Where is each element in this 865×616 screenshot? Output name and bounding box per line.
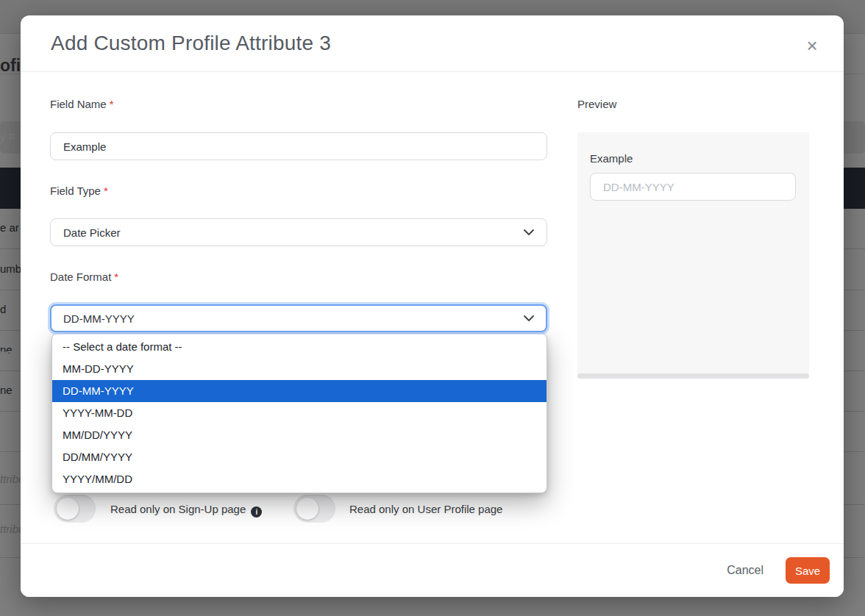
toggle-knob: [57, 498, 79, 520]
read-only-profile-label: Read only on User Profile page: [349, 503, 502, 515]
save-button[interactable]: Save: [786, 557, 830, 584]
chevron-down-icon: [524, 229, 534, 236]
chevron-down-icon: [524, 315, 534, 322]
preview-scrollbar[interactable]: [577, 373, 809, 379]
read-only-signup-label: Read only on Sign-Up pagei: [110, 503, 262, 517]
preview-section-label: Preview: [577, 98, 616, 110]
info-icon[interactable]: i: [251, 506, 262, 517]
close-icon[interactable]: ×: [801, 35, 823, 57]
dropdown-option[interactable]: MM/DD/YYYY: [52, 424, 547, 446]
preview-field-label: Example: [590, 152, 633, 165]
toggle-knob: [296, 498, 318, 520]
date-format-dropdown-list: -- Select a date format -- MM-DD-YYYY DD…: [51, 333, 547, 493]
dropdown-option[interactable]: YYYY/MM/DD: [52, 468, 547, 490]
dropdown-option[interactable]: MM-DD-YYYY: [52, 358, 547, 380]
date-format-label: Date Format*: [50, 271, 118, 283]
field-name-label: Field Name*: [50, 98, 114, 110]
date-format-select[interactable]: DD-MM-YYYY: [50, 304, 547, 332]
dropdown-option[interactable]: -- Select a date format --: [52, 336, 547, 358]
preview-panel: Example: [577, 132, 809, 373]
field-name-input[interactable]: [50, 132, 547, 160]
modal-title: Add Custom Profile Attribute 3: [51, 32, 331, 55]
dropdown-option-selected[interactable]: DD-MM-YYYY: [52, 380, 547, 402]
dropdown-option[interactable]: YYYY-MM-DD: [52, 402, 547, 424]
preview-date-input[interactable]: [590, 173, 796, 201]
selected-value: Date Picker: [63, 226, 121, 239]
label-text: Date Format: [50, 271, 111, 283]
add-custom-profile-attribute-modal: Add Custom Profile Attribute 3 × Field N…: [21, 15, 844, 597]
read-only-profile-toggle[interactable]: [293, 495, 335, 523]
label-text: Field Type: [50, 185, 101, 197]
dropdown-option[interactable]: DD/MM/YYYY: [52, 446, 547, 468]
field-type-label: Field Type*: [50, 185, 108, 197]
toggle-label-text: Read only on User Profile page: [349, 503, 502, 515]
screen: ofil y F e ar umb d ne ne ttribu ttribu …: [0, 0, 865, 616]
field-type-select[interactable]: Date Picker: [50, 218, 547, 246]
read-only-signup-toggle[interactable]: [54, 495, 96, 523]
cancel-button[interactable]: Cancel: [722, 558, 768, 583]
modal-footer: Cancel Save: [21, 543, 844, 597]
required-asterisk: *: [114, 271, 118, 283]
label-text: Field Name: [50, 98, 107, 110]
selected-value: DD-MM-YYYY: [63, 312, 135, 325]
required-asterisk: *: [104, 185, 108, 197]
required-asterisk: *: [110, 98, 114, 110]
toggle-label-text: Read only on Sign-Up page: [110, 503, 246, 515]
modal-header: Add Custom Profile Attribute 3 ×: [21, 15, 844, 72]
